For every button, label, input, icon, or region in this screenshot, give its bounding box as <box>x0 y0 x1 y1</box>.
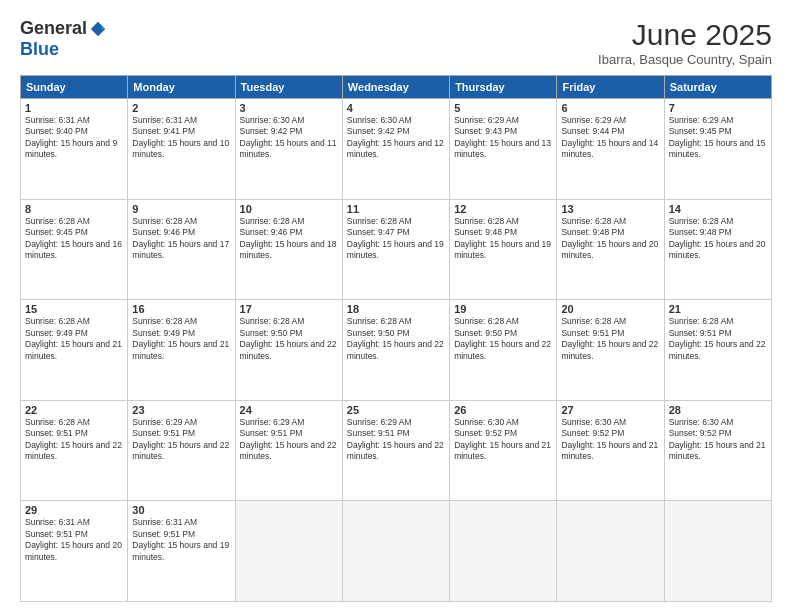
day-number: 26 <box>454 404 552 416</box>
day-info: Sunrise: 6:28 AM Sunset: 9:51 PM Dayligh… <box>669 316 767 362</box>
day-number: 29 <box>25 504 123 516</box>
day-number: 21 <box>669 303 767 315</box>
day-info: Sunrise: 6:29 AM Sunset: 9:43 PM Dayligh… <box>454 115 552 161</box>
calendar-header-row: Sunday Monday Tuesday Wednesday Thursday… <box>21 76 772 99</box>
day-info: Sunrise: 6:28 AM Sunset: 9:46 PM Dayligh… <box>240 216 338 262</box>
day-info: Sunrise: 6:28 AM Sunset: 9:50 PM Dayligh… <box>454 316 552 362</box>
week-row-2: 8Sunrise: 6:28 AM Sunset: 9:45 PM Daylig… <box>21 199 772 300</box>
day-number: 15 <box>25 303 123 315</box>
table-row: 16Sunrise: 6:28 AM Sunset: 9:49 PM Dayli… <box>128 300 235 401</box>
logo-blue: Blue <box>20 39 59 60</box>
day-info: Sunrise: 6:28 AM Sunset: 9:48 PM Dayligh… <box>561 216 659 262</box>
table-row: 3Sunrise: 6:30 AM Sunset: 9:42 PM Daylig… <box>235 99 342 200</box>
week-row-5: 29Sunrise: 6:31 AM Sunset: 9:51 PM Dayli… <box>21 501 772 602</box>
day-info: Sunrise: 6:31 AM Sunset: 9:41 PM Dayligh… <box>132 115 230 161</box>
table-row: 15Sunrise: 6:28 AM Sunset: 9:49 PM Dayli… <box>21 300 128 401</box>
day-info: Sunrise: 6:30 AM Sunset: 9:52 PM Dayligh… <box>669 417 767 463</box>
header-sunday: Sunday <box>21 76 128 99</box>
day-info: Sunrise: 6:30 AM Sunset: 9:42 PM Dayligh… <box>347 115 445 161</box>
table-row: 21Sunrise: 6:28 AM Sunset: 9:51 PM Dayli… <box>664 300 771 401</box>
day-info: Sunrise: 6:31 AM Sunset: 9:51 PM Dayligh… <box>25 517 123 563</box>
table-row: 14Sunrise: 6:28 AM Sunset: 9:48 PM Dayli… <box>664 199 771 300</box>
table-row: 24Sunrise: 6:29 AM Sunset: 9:51 PM Dayli… <box>235 400 342 501</box>
table-row: 2Sunrise: 6:31 AM Sunset: 9:41 PM Daylig… <box>128 99 235 200</box>
day-info: Sunrise: 6:28 AM Sunset: 9:51 PM Dayligh… <box>561 316 659 362</box>
week-row-4: 22Sunrise: 6:28 AM Sunset: 9:51 PM Dayli… <box>21 400 772 501</box>
day-number: 24 <box>240 404 338 416</box>
day-number: 8 <box>25 203 123 215</box>
table-row: 18Sunrise: 6:28 AM Sunset: 9:50 PM Dayli… <box>342 300 449 401</box>
header: General Blue June 2025 Ibarra, Basque Co… <box>20 18 772 67</box>
header-monday: Monday <box>128 76 235 99</box>
header-wednesday: Wednesday <box>342 76 449 99</box>
title-block: June 2025 Ibarra, Basque Country, Spain <box>598 18 772 67</box>
table-row <box>450 501 557 602</box>
day-number: 22 <box>25 404 123 416</box>
table-row: 28Sunrise: 6:30 AM Sunset: 9:52 PM Dayli… <box>664 400 771 501</box>
logo-icon <box>89 20 107 38</box>
header-friday: Friday <box>557 76 664 99</box>
subtitle: Ibarra, Basque Country, Spain <box>598 52 772 67</box>
table-row <box>664 501 771 602</box>
day-number: 17 <box>240 303 338 315</box>
table-row: 26Sunrise: 6:30 AM Sunset: 9:52 PM Dayli… <box>450 400 557 501</box>
day-info: Sunrise: 6:28 AM Sunset: 9:47 PM Dayligh… <box>347 216 445 262</box>
day-number: 13 <box>561 203 659 215</box>
day-info: Sunrise: 6:29 AM Sunset: 9:51 PM Dayligh… <box>240 417 338 463</box>
day-info: Sunrise: 6:29 AM Sunset: 9:51 PM Dayligh… <box>132 417 230 463</box>
table-row: 20Sunrise: 6:28 AM Sunset: 9:51 PM Dayli… <box>557 300 664 401</box>
calendar-table: Sunday Monday Tuesday Wednesday Thursday… <box>20 75 772 602</box>
table-row: 19Sunrise: 6:28 AM Sunset: 9:50 PM Dayli… <box>450 300 557 401</box>
day-number: 12 <box>454 203 552 215</box>
table-row: 12Sunrise: 6:28 AM Sunset: 9:48 PM Dayli… <box>450 199 557 300</box>
day-number: 1 <box>25 102 123 114</box>
day-number: 20 <box>561 303 659 315</box>
table-row: 22Sunrise: 6:28 AM Sunset: 9:51 PM Dayli… <box>21 400 128 501</box>
day-info: Sunrise: 6:28 AM Sunset: 9:49 PM Dayligh… <box>132 316 230 362</box>
table-row: 4Sunrise: 6:30 AM Sunset: 9:42 PM Daylig… <box>342 99 449 200</box>
table-row: 11Sunrise: 6:28 AM Sunset: 9:47 PM Dayli… <box>342 199 449 300</box>
day-info: Sunrise: 6:29 AM Sunset: 9:51 PM Dayligh… <box>347 417 445 463</box>
day-number: 14 <box>669 203 767 215</box>
table-row: 10Sunrise: 6:28 AM Sunset: 9:46 PM Dayli… <box>235 199 342 300</box>
day-number: 3 <box>240 102 338 114</box>
day-number: 30 <box>132 504 230 516</box>
table-row: 17Sunrise: 6:28 AM Sunset: 9:50 PM Dayli… <box>235 300 342 401</box>
table-row: 30Sunrise: 6:31 AM Sunset: 9:51 PM Dayli… <box>128 501 235 602</box>
table-row: 13Sunrise: 6:28 AM Sunset: 9:48 PM Dayli… <box>557 199 664 300</box>
logo: General Blue <box>20 18 107 60</box>
day-number: 6 <box>561 102 659 114</box>
day-info: Sunrise: 6:28 AM Sunset: 9:51 PM Dayligh… <box>25 417 123 463</box>
header-thursday: Thursday <box>450 76 557 99</box>
day-number: 5 <box>454 102 552 114</box>
day-number: 27 <box>561 404 659 416</box>
day-number: 2 <box>132 102 230 114</box>
day-info: Sunrise: 6:30 AM Sunset: 9:42 PM Dayligh… <box>240 115 338 161</box>
day-info: Sunrise: 6:30 AM Sunset: 9:52 PM Dayligh… <box>561 417 659 463</box>
week-row-1: 1Sunrise: 6:31 AM Sunset: 9:40 PM Daylig… <box>21 99 772 200</box>
day-info: Sunrise: 6:28 AM Sunset: 9:48 PM Dayligh… <box>454 216 552 262</box>
day-info: Sunrise: 6:29 AM Sunset: 9:45 PM Dayligh… <box>669 115 767 161</box>
day-number: 28 <box>669 404 767 416</box>
table-row: 27Sunrise: 6:30 AM Sunset: 9:52 PM Dayli… <box>557 400 664 501</box>
day-number: 4 <box>347 102 445 114</box>
table-row: 9Sunrise: 6:28 AM Sunset: 9:46 PM Daylig… <box>128 199 235 300</box>
day-info: Sunrise: 6:28 AM Sunset: 9:50 PM Dayligh… <box>240 316 338 362</box>
table-row <box>235 501 342 602</box>
table-row <box>342 501 449 602</box>
table-row: 23Sunrise: 6:29 AM Sunset: 9:51 PM Dayli… <box>128 400 235 501</box>
table-row: 6Sunrise: 6:29 AM Sunset: 9:44 PM Daylig… <box>557 99 664 200</box>
week-row-3: 15Sunrise: 6:28 AM Sunset: 9:49 PM Dayli… <box>21 300 772 401</box>
day-number: 11 <box>347 203 445 215</box>
day-number: 25 <box>347 404 445 416</box>
day-info: Sunrise: 6:30 AM Sunset: 9:52 PM Dayligh… <box>454 417 552 463</box>
table-row: 25Sunrise: 6:29 AM Sunset: 9:51 PM Dayli… <box>342 400 449 501</box>
day-number: 18 <box>347 303 445 315</box>
table-row: 7Sunrise: 6:29 AM Sunset: 9:45 PM Daylig… <box>664 99 771 200</box>
table-row: 1Sunrise: 6:31 AM Sunset: 9:40 PM Daylig… <box>21 99 128 200</box>
day-number: 9 <box>132 203 230 215</box>
day-info: Sunrise: 6:28 AM Sunset: 9:50 PM Dayligh… <box>347 316 445 362</box>
day-info: Sunrise: 6:28 AM Sunset: 9:45 PM Dayligh… <box>25 216 123 262</box>
day-number: 7 <box>669 102 767 114</box>
day-number: 23 <box>132 404 230 416</box>
